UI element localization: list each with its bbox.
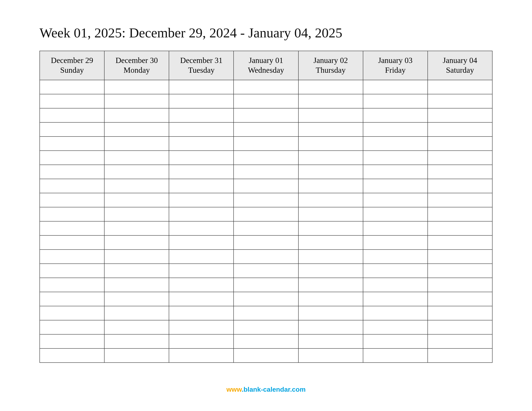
blank-cell[interactable] [40, 348, 104, 363]
blank-cell[interactable] [298, 221, 363, 235]
blank-cell[interactable] [169, 306, 234, 320]
blank-cell[interactable] [169, 207, 234, 221]
blank-cell[interactable] [298, 122, 363, 136]
blank-cell[interactable] [428, 165, 492, 179]
blank-cell[interactable] [169, 151, 234, 165]
blank-cell[interactable] [363, 151, 428, 165]
blank-cell[interactable] [363, 235, 428, 249]
blank-cell[interactable] [40, 122, 104, 136]
blank-cell[interactable] [234, 320, 298, 334]
blank-cell[interactable] [298, 320, 363, 334]
blank-cell[interactable] [234, 221, 298, 235]
blank-cell[interactable] [363, 122, 428, 136]
blank-cell[interactable] [169, 122, 234, 136]
blank-cell[interactable] [169, 249, 234, 264]
blank-cell[interactable] [298, 292, 363, 306]
blank-cell[interactable] [428, 334, 492, 348]
blank-cell[interactable] [104, 348, 169, 363]
blank-cell[interactable] [428, 94, 492, 108]
blank-cell[interactable] [298, 193, 363, 207]
blank-cell[interactable] [169, 334, 234, 348]
blank-cell[interactable] [363, 264, 428, 278]
blank-cell[interactable] [40, 108, 104, 122]
blank-cell[interactable] [104, 136, 169, 151]
blank-cell[interactable] [169, 292, 234, 306]
blank-cell[interactable] [234, 348, 298, 363]
blank-cell[interactable] [104, 179, 169, 193]
blank-cell[interactable] [428, 278, 492, 292]
blank-cell[interactable] [40, 193, 104, 207]
blank-cell[interactable] [104, 306, 169, 320]
blank-cell[interactable] [234, 207, 298, 221]
blank-cell[interactable] [428, 264, 492, 278]
blank-cell[interactable] [363, 306, 428, 320]
blank-cell[interactable] [234, 249, 298, 264]
blank-cell[interactable] [428, 292, 492, 306]
blank-cell[interactable] [363, 165, 428, 179]
blank-cell[interactable] [169, 179, 234, 193]
blank-cell[interactable] [428, 249, 492, 264]
blank-cell[interactable] [104, 207, 169, 221]
blank-cell[interactable] [298, 151, 363, 165]
blank-cell[interactable] [363, 278, 428, 292]
blank-cell[interactable] [104, 193, 169, 207]
blank-cell[interactable] [40, 179, 104, 193]
blank-cell[interactable] [169, 348, 234, 363]
blank-cell[interactable] [298, 348, 363, 363]
blank-cell[interactable] [169, 94, 234, 108]
blank-cell[interactable] [169, 136, 234, 151]
blank-cell[interactable] [363, 320, 428, 334]
blank-cell[interactable] [234, 165, 298, 179]
blank-cell[interactable] [298, 306, 363, 320]
blank-cell[interactable] [428, 193, 492, 207]
blank-cell[interactable] [298, 94, 363, 108]
blank-cell[interactable] [40, 221, 104, 235]
blank-cell[interactable] [40, 292, 104, 306]
blank-cell[interactable] [298, 334, 363, 348]
blank-cell[interactable] [428, 348, 492, 363]
blank-cell[interactable] [169, 193, 234, 207]
blank-cell[interactable] [428, 306, 492, 320]
blank-cell[interactable] [104, 334, 169, 348]
blank-cell[interactable] [40, 94, 104, 108]
blank-cell[interactable] [298, 278, 363, 292]
blank-cell[interactable] [234, 151, 298, 165]
blank-cell[interactable] [169, 80, 234, 94]
blank-cell[interactable] [169, 264, 234, 278]
blank-cell[interactable] [298, 165, 363, 179]
blank-cell[interactable] [363, 80, 428, 94]
blank-cell[interactable] [298, 207, 363, 221]
blank-cell[interactable] [40, 320, 104, 334]
blank-cell[interactable] [234, 235, 298, 249]
blank-cell[interactable] [234, 122, 298, 136]
blank-cell[interactable] [40, 136, 104, 151]
blank-cell[interactable] [104, 221, 169, 235]
blank-cell[interactable] [104, 80, 169, 94]
blank-cell[interactable] [104, 151, 169, 165]
blank-cell[interactable] [234, 193, 298, 207]
blank-cell[interactable] [234, 278, 298, 292]
blank-cell[interactable] [428, 136, 492, 151]
blank-cell[interactable] [104, 320, 169, 334]
blank-cell[interactable] [363, 207, 428, 221]
blank-cell[interactable] [298, 80, 363, 94]
blank-cell[interactable] [40, 151, 104, 165]
blank-cell[interactable] [104, 235, 169, 249]
blank-cell[interactable] [428, 235, 492, 249]
blank-cell[interactable] [40, 165, 104, 179]
blank-cell[interactable] [169, 278, 234, 292]
blank-cell[interactable] [234, 136, 298, 151]
blank-cell[interactable] [234, 292, 298, 306]
blank-cell[interactable] [40, 80, 104, 94]
blank-cell[interactable] [428, 179, 492, 193]
blank-cell[interactable] [298, 136, 363, 151]
blank-cell[interactable] [428, 221, 492, 235]
blank-cell[interactable] [363, 179, 428, 193]
blank-cell[interactable] [363, 136, 428, 151]
blank-cell[interactable] [363, 221, 428, 235]
blank-cell[interactable] [104, 292, 169, 306]
blank-cell[interactable] [169, 108, 234, 122]
blank-cell[interactable] [40, 334, 104, 348]
blank-cell[interactable] [104, 108, 169, 122]
blank-cell[interactable] [104, 94, 169, 108]
